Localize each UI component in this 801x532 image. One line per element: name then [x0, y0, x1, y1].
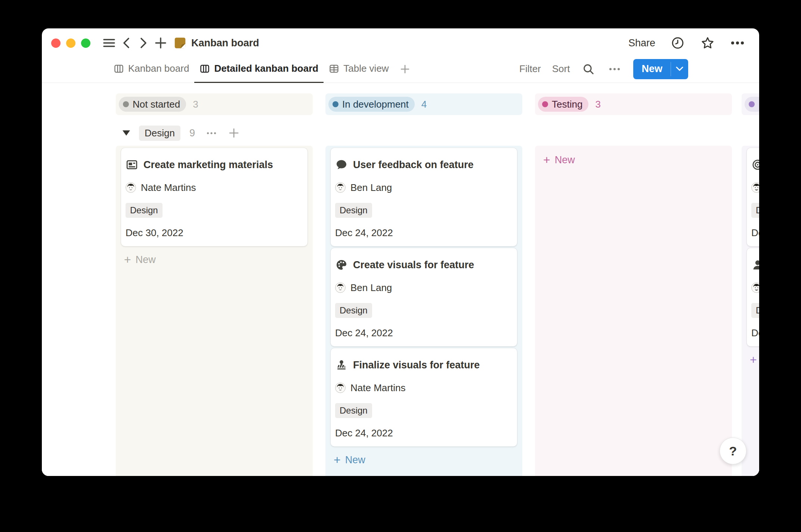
- tab-table-view[interactable]: Table view: [324, 55, 394, 83]
- sort-button[interactable]: Sort: [552, 63, 570, 75]
- plus-icon: +: [750, 354, 757, 366]
- tag-design: Design: [335, 403, 372, 418]
- filter-button[interactable]: Filter: [519, 63, 541, 75]
- new-card-label: New: [345, 454, 365, 466]
- tab-kanban-board[interactable]: Kanban board: [108, 55, 194, 83]
- page-icon: [173, 35, 188, 50]
- stamp-icon: [335, 359, 348, 371]
- speech-bubble-icon: [335, 158, 348, 171]
- column-count: 3: [595, 99, 600, 110]
- avatar: [335, 182, 346, 193]
- zoom-button[interactable]: [81, 38, 90, 48]
- share-button[interactable]: Share: [628, 37, 655, 49]
- add-view-icon[interactable]: [394, 55, 416, 83]
- column-count: 4: [421, 99, 427, 110]
- app-window: Kanban board Share Kanban board: [42, 28, 759, 476]
- column-header: In development 4: [325, 93, 522, 115]
- new-card-button[interactable]: + New: [540, 151, 727, 169]
- status-dot: [123, 101, 129, 107]
- clock-icon[interactable]: [670, 35, 685, 50]
- help-button[interactable]: ?: [720, 437, 746, 464]
- status-pill-not-started[interactable]: Not started: [119, 97, 186, 112]
- view-toolbar: Filter Sort New: [519, 55, 688, 83]
- column-header: Testing 3: [535, 93, 732, 115]
- kanban-card[interactable]: Design Dec 24, 2022: [747, 248, 759, 346]
- kanban-card[interactable]: Create marketing materials Nate Martins …: [121, 148, 307, 246]
- due-date: Dec 24, 2022: [335, 227, 513, 239]
- kanban-card[interactable]: User feedback on feature Ben Lang Design…: [331, 148, 517, 246]
- kanban-card[interactable]: Finalize visuals for feature Nate Martin…: [331, 348, 517, 446]
- new-card-label: New: [555, 154, 575, 166]
- forward-icon[interactable]: [136, 35, 151, 50]
- due-date: Dec 24, 2022: [335, 427, 513, 439]
- tag-design: Design: [335, 203, 372, 218]
- newspaper-icon: [126, 158, 138, 171]
- plus-icon: +: [543, 154, 550, 166]
- column-count: 3: [193, 99, 198, 110]
- status-pill-testing[interactable]: Testing: [538, 97, 588, 112]
- column-partial: Design Dec 24, 2022: [742, 83, 759, 476]
- status-pill-partial[interactable]: [745, 97, 759, 112]
- tag-design: Design: [751, 203, 759, 218]
- card-title: Create marketing materials: [143, 159, 273, 171]
- chevron-down-icon[interactable]: [671, 59, 688, 79]
- minimize-button[interactable]: [66, 38, 75, 48]
- status-label: Testing: [552, 99, 582, 110]
- new-card-label: New: [136, 254, 156, 266]
- new-tab-plus-icon[interactable]: [153, 35, 168, 50]
- new-button[interactable]: New: [633, 59, 688, 79]
- new-card-button[interactable]: + New: [331, 451, 517, 469]
- column-in-development: In development 4 User feedback on featur…: [325, 83, 522, 476]
- tab-label: Kanban board: [128, 63, 189, 74]
- board-view-icon: [114, 64, 124, 74]
- table-view-icon: [329, 64, 339, 74]
- assignee-name: Ben Lang: [350, 282, 392, 294]
- column-body: Create marketing materials Nate Martins …: [116, 146, 313, 476]
- due-date: Dec 24, 2022: [751, 327, 759, 339]
- avatar: [751, 182, 759, 193]
- avatar: [335, 282, 346, 293]
- person-icon: [751, 259, 759, 271]
- plus-icon: +: [334, 454, 341, 466]
- column-testing: Testing 3 + New: [535, 83, 732, 476]
- kanban-card[interactable]: Create visuals for feature Ben Lang Desi…: [331, 248, 517, 346]
- new-card-button[interactable]: + New: [747, 351, 759, 369]
- view-tabs-bar: Kanban board Detailed kanban board Table…: [42, 55, 759, 83]
- star-icon[interactable]: [700, 35, 715, 50]
- hamburger-icon[interactable]: [102, 35, 117, 50]
- card-title: User feedback on feature: [353, 159, 474, 171]
- column-body: + New: [535, 146, 732, 476]
- window-controls: [51, 38, 90, 48]
- kanban-card[interactable]: Design Dec 24, 2022: [747, 148, 759, 246]
- status-dot: [542, 101, 548, 107]
- avatar: [335, 383, 346, 393]
- card-title: Create visuals for feature: [353, 259, 474, 271]
- status-pill-in-development[interactable]: In development: [328, 97, 415, 112]
- back-icon[interactable]: [119, 35, 134, 50]
- more-options-icon[interactable]: [607, 62, 622, 77]
- tab-detailed-kanban-board[interactable]: Detailed kanban board: [194, 55, 324, 83]
- avatar: [751, 282, 759, 293]
- close-button[interactable]: [51, 38, 61, 48]
- titlebar: Kanban board Share: [42, 28, 759, 55]
- new-card-button[interactable]: + New: [121, 251, 307, 269]
- kanban-board: Design 9 Not started 3: [42, 83, 759, 476]
- due-date: Dec 30, 2022: [126, 227, 303, 239]
- column-header: Not started 3: [116, 93, 313, 115]
- plus-icon: +: [124, 254, 131, 266]
- column-body: User feedback on feature Ben Lang Design…: [325, 146, 522, 476]
- column-header: [742, 93, 759, 115]
- page-title: Kanban board: [191, 37, 259, 49]
- more-icon[interactable]: [730, 35, 745, 50]
- status-label: Not started: [133, 99, 180, 110]
- new-button-label[interactable]: New: [633, 59, 671, 79]
- due-date: Dec 24, 2022: [751, 227, 759, 239]
- target-icon: [751, 158, 759, 171]
- tag-design: Design: [126, 203, 163, 218]
- search-icon[interactable]: [581, 62, 596, 77]
- column-not-started: Not started 3 Create marketing materials: [116, 83, 313, 476]
- assignee-name: Nate Martins: [350, 382, 405, 394]
- column-body: Design Dec 24, 2022: [742, 146, 759, 476]
- due-date: Dec 24, 2022: [335, 327, 513, 339]
- tab-label: Detailed kanban board: [214, 63, 318, 74]
